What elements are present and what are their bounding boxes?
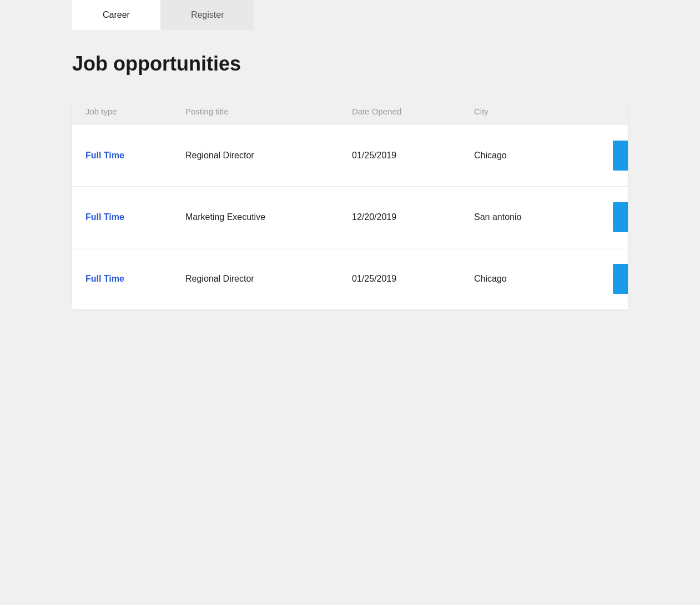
apply-button-2[interactable]: Apply bbox=[613, 202, 628, 232]
tab-career[interactable]: Career bbox=[72, 0, 160, 30]
job-type-1: Full Time bbox=[85, 151, 185, 161]
header-city: City bbox=[474, 107, 613, 116]
posting-title-1: Regional Director bbox=[185, 151, 352, 161]
tabs-container: Career Register bbox=[72, 0, 700, 30]
main-content: Job opportunities Job type Posting title… bbox=[0, 30, 700, 343]
city-3: Chicago bbox=[474, 274, 613, 284]
job-type-2: Full Time bbox=[85, 212, 185, 222]
posting-title-2: Marketing Executive bbox=[185, 212, 352, 222]
header-action bbox=[613, 107, 615, 116]
header-posting-title: Posting title bbox=[185, 107, 352, 116]
job-table: Job type Posting title Date Opened City … bbox=[72, 98, 628, 309]
table-rows: Full Time Regional Director 01/25/2019 C… bbox=[72, 125, 628, 309]
date-opened-2: 12/20/2019 bbox=[352, 212, 474, 222]
apply-button-3[interactable]: Apply bbox=[613, 264, 628, 294]
apply-button-1[interactable]: Apply bbox=[613, 141, 628, 171]
header-job-type: Job type bbox=[85, 107, 185, 116]
city-1: Chicago bbox=[474, 151, 613, 161]
table-row: Full Time Marketing Executive 12/20/2019… bbox=[72, 186, 628, 248]
date-opened-1: 01/25/2019 bbox=[352, 151, 474, 161]
table-row: Full Time Regional Director 01/25/2019 C… bbox=[72, 248, 628, 309]
job-type-3: Full Time bbox=[85, 274, 185, 284]
date-opened-3: 01/25/2019 bbox=[352, 274, 474, 284]
posting-title-3: Regional Director bbox=[185, 274, 352, 284]
city-2: San antonio bbox=[474, 212, 613, 222]
page-title: Job opportunities bbox=[72, 52, 628, 76]
table-header: Job type Posting title Date Opened City bbox=[72, 98, 628, 125]
table-row: Full Time Regional Director 01/25/2019 C… bbox=[72, 125, 628, 186]
tab-register[interactable]: Register bbox=[160, 0, 255, 30]
header-date-opened: Date Opened bbox=[352, 107, 474, 116]
